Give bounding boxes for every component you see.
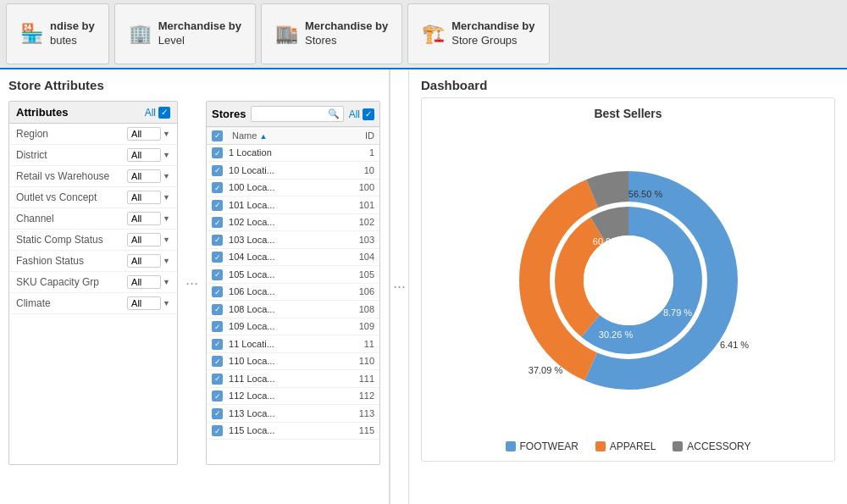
right-panel: Dashboard Best Sellers	[409, 69, 847, 504]
attr-climate-label: Climate	[16, 297, 51, 309]
store-check[interactable]: ✓	[212, 165, 223, 176]
attr-channel: Channel All ▼	[9, 208, 177, 230]
attr-static-comp-caret: ▼	[163, 235, 170, 244]
attr-region: Region All ▼	[9, 124, 177, 145]
attr-district-select[interactable]: All	[127, 148, 161, 162]
store-check[interactable]: ✓	[212, 252, 223, 263]
attr-fashion-status-label: Fashion Status	[16, 255, 84, 267]
left-dots-sidebar[interactable]: ···	[183, 101, 201, 465]
outer-apparel-label: 37.09 %	[528, 365, 562, 375]
stores-check-icon: ✓	[363, 108, 374, 120]
main-content: Store Attributes Attributes All ✓ Region…	[0, 69, 847, 504]
inner-accessory-label: 8.79 %	[662, 307, 691, 318]
list-item: ✓ 113 Loca... 113	[207, 405, 379, 423]
store-check[interactable]: ✓	[212, 321, 223, 332]
list-item: ✓ 103 Loca... 103	[207, 231, 379, 249]
attributes-icon: 🏪	[20, 23, 43, 45]
attr-outlet-concept-caret: ▼	[163, 193, 170, 202]
attr-climate: Climate All ▼	[9, 293, 177, 314]
store-check[interactable]: ✓	[212, 217, 223, 228]
tab-store-groups[interactable]: 🏗️ Merchandise by Store Groups	[407, 3, 549, 64]
list-item: ✓ 104 Loca... 104	[207, 249, 379, 267]
outer-footwear-label: 56.50 %	[628, 189, 662, 199]
attr-district-label: District	[16, 149, 47, 161]
level-icon: 🏢	[129, 23, 152, 45]
legend-footwear: FOOTWEAR	[506, 440, 579, 452]
stores-search-box[interactable]: 🔍	[251, 106, 343, 122]
list-item: ✓ 105 Loca... 105	[207, 266, 379, 284]
list-item: ✓ 100 Loca... 100	[207, 180, 379, 197]
chart-title: Best Sellers	[594, 107, 662, 120]
stores-col-name-header[interactable]: Name ▲	[232, 130, 341, 141]
attributes-all-label: All	[145, 107, 156, 119]
store-check[interactable]: ✓	[212, 339, 223, 350]
attr-sku-capacity-select[interactable]: All	[127, 275, 161, 289]
store-check[interactable]: ✓	[212, 374, 223, 385]
stores-col-id-header[interactable]: ID	[345, 130, 374, 141]
attr-retail-warehouse-select[interactable]: All	[127, 169, 161, 183]
chart-area: Best Sellers	[421, 97, 835, 462]
attr-district-caret: ▼	[163, 151, 170, 159]
list-item: ✓ 108 Loca... 108	[207, 301, 379, 318]
stores-panel: Stores 🔍 All ✓ ✓ Name ▲	[206, 101, 380, 465]
legend-accessory-color	[673, 441, 683, 451]
stores-all-check[interactable]: All ✓	[349, 108, 374, 120]
attributes-check-icon: ✓	[158, 107, 170, 119]
attr-channel-select[interactable]: All	[127, 212, 161, 225]
attr-retail-warehouse: Retail vs Warehouse All ▼	[9, 166, 177, 187]
attr-channel-label: Channel	[16, 213, 54, 224]
tab-stores[interactable]: 🏬 Merchandise by Stores	[261, 3, 402, 64]
store-check[interactable]: ✓	[212, 390, 223, 402]
stores-col-check-header: ✓	[212, 130, 229, 141]
legend-accessory: ACCESSORY	[673, 440, 750, 452]
stores-header: Stores 🔍 All ✓	[207, 102, 379, 127]
list-item: ✓ 110 Loca... 110	[207, 353, 379, 371]
store-check[interactable]: ✓	[212, 425, 223, 436]
store-check[interactable]: ✓	[212, 269, 223, 280]
list-item: ✓ 109 Loca... 109	[207, 318, 379, 336]
attr-region-select[interactable]: All	[127, 127, 161, 141]
attr-static-comp-select[interactable]: All	[127, 233, 161, 246]
list-item: ✓ 10 Locati... 10	[207, 162, 379, 180]
list-item: ✓ 111 Loca... 111	[207, 370, 379, 388]
attr-climate-caret: ▼	[163, 299, 170, 307]
attr-climate-select[interactable]: All	[127, 296, 161, 310]
filters-row: Attributes All ✓ Region All ▼ District	[8, 101, 380, 465]
list-item: ✓ 11 Locati... 11	[207, 335, 379, 353]
stores-label: Stores	[212, 108, 246, 120]
attr-outlet-concept-select[interactable]: All	[127, 191, 161, 204]
store-check[interactable]: ✓	[212, 408, 223, 419]
attr-static-comp-label: Static Comp Status	[16, 234, 103, 246]
donut-chart-svg: 56.50 % 37.09 % 6.41 % 60.96 % 30.26 % 8…	[484, 153, 772, 407]
store-check[interactable]: ✓	[212, 147, 223, 158]
attr-fashion-status-caret: ▼	[163, 257, 170, 265]
store-check[interactable]: ✓	[212, 304, 223, 315]
attr-channel-caret: ▼	[163, 214, 170, 223]
stores-search-input[interactable]	[255, 109, 327, 119]
tab-attributes[interactable]: 🏪 ndise by butes	[6, 3, 109, 64]
dashboard-title: Dashboard	[421, 78, 835, 92]
store-check[interactable]: ✓	[212, 356, 223, 367]
store-groups-icon: 🏗️	[422, 23, 445, 45]
store-check[interactable]: ✓	[212, 182, 223, 193]
inner-footwear-label: 60.96 %	[592, 236, 627, 246]
left-panel: Store Attributes Attributes All ✓ Region…	[0, 69, 390, 504]
list-item: ✓ 101 Loca... 101	[207, 197, 379, 214]
tab-level[interactable]: 🏢 Merchandise by Level	[114, 3, 256, 64]
middle-dots-sidebar[interactable]: ···	[390, 69, 409, 504]
list-item: ✓ 115 Loca... 115	[207, 423, 379, 440]
attributes-label: Attributes	[16, 106, 68, 119]
store-check[interactable]: ✓	[212, 235, 223, 246]
legend-footwear-color	[506, 441, 516, 451]
attr-region-caret: ▼	[163, 130, 170, 138]
legend-apparel-label: APPAREL	[610, 440, 656, 452]
store-check[interactable]: ✓	[212, 200, 223, 211]
top-navigation: 🏪 ndise by butes 🏢 Merchandise by Level …	[0, 0, 847, 69]
store-check[interactable]: ✓	[212, 286, 223, 297]
stores-header-check: ✓	[212, 130, 223, 141]
outer-accessory-label: 6.41 %	[719, 340, 748, 350]
attr-region-label: Region	[16, 128, 48, 140]
attributes-all-check[interactable]: All ✓	[145, 107, 170, 119]
attr-fashion-status-select[interactable]: All	[127, 254, 161, 268]
list-item: ✓ 106 Loca... 106	[207, 284, 379, 302]
